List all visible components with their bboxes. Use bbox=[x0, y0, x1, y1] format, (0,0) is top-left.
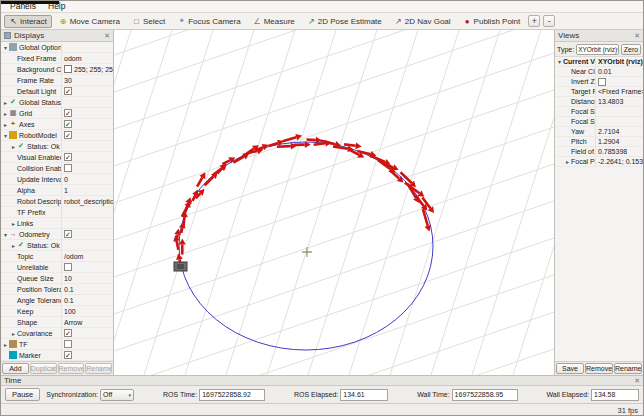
display-property-row[interactable]: Default Light✓ bbox=[1, 86, 113, 97]
property-value[interactable]: 30 bbox=[61, 75, 113, 85]
property-value[interactable] bbox=[61, 240, 113, 250]
property-value[interactable]: /odom bbox=[61, 251, 113, 261]
view-property-row[interactable]: Field of...0.785398 bbox=[555, 147, 643, 157]
view-property-row[interactable]: Near Cl...0.01 bbox=[555, 67, 643, 77]
property-value[interactable]: 255; 255; 255 bbox=[61, 64, 113, 74]
display-property-row[interactable]: Collision Enabled bbox=[1, 163, 113, 174]
ros-time-field[interactable]: 1697522858.92 bbox=[199, 389, 265, 401]
display-property-row[interactable]: Angle Tolerance0.1 bbox=[1, 295, 113, 306]
checkbox[interactable]: ✓ bbox=[64, 87, 72, 95]
display-property-row[interactable]: Visual Enabled✓ bbox=[1, 152, 113, 163]
property-value[interactable]: -2.2641; 0.15337; 0 bbox=[595, 157, 643, 166]
checkbox[interactable]: ✓ bbox=[64, 131, 72, 139]
property-value[interactable]: 0.01 bbox=[595, 67, 643, 76]
property-value[interactable]: 1 bbox=[61, 185, 113, 195]
display-property-row[interactable]: ▸✓Status: Ok bbox=[1, 240, 113, 251]
property-value[interactable]: odom bbox=[61, 53, 113, 63]
property-value[interactable]: 10 bbox=[61, 273, 113, 283]
property-value[interactable]: <Fixed Frame> bbox=[595, 87, 643, 96]
display-property-row[interactable]: ▸+Axes✓ bbox=[1, 119, 113, 130]
property-value[interactable]: 1.2904 bbox=[595, 137, 643, 146]
display-property-row[interactable]: ▸Links bbox=[1, 218, 113, 229]
checkbox[interactable]: ✓ bbox=[64, 351, 72, 359]
close-icon[interactable]: ✕ bbox=[104, 32, 110, 40]
display-property-row[interactable]: ▸Covariance✓ bbox=[1, 328, 113, 339]
display-property-row[interactable]: Background Color255; 255; 255 bbox=[1, 64, 113, 75]
display-property-row[interactable]: ▸TF bbox=[1, 339, 113, 350]
expander-icon[interactable]: ▾ bbox=[2, 132, 9, 139]
checkbox[interactable]: ✓ bbox=[64, 153, 72, 161]
expander-icon[interactable]: ▸ bbox=[10, 220, 17, 227]
property-value[interactable]: 0.1 bbox=[61, 284, 113, 294]
property-value[interactable] bbox=[61, 42, 113, 52]
add-button[interactable]: Add bbox=[2, 363, 29, 374]
ros-elapsed-field[interactable]: 134.61 bbox=[340, 389, 388, 401]
property-value[interactable]: 13.4803 bbox=[595, 97, 643, 106]
view-property-row[interactable]: Invert Z... bbox=[555, 77, 643, 87]
checkbox[interactable]: ✓ bbox=[64, 329, 72, 337]
expander-icon[interactable]: ▸ bbox=[564, 158, 571, 165]
expander-icon[interactable]: ▸ bbox=[2, 121, 9, 128]
3d-scene[interactable] bbox=[114, 30, 554, 375]
display-property-row[interactable]: TF Prefix bbox=[1, 207, 113, 218]
interact-button[interactable]: ↖Interact bbox=[4, 15, 52, 28]
property-value[interactable]: 0.1 bbox=[61, 295, 113, 305]
checkbox[interactable]: ✓ bbox=[64, 230, 72, 238]
expander-icon[interactable]: ▾ bbox=[2, 44, 9, 51]
view-property-row[interactable]: ▸Focal Po...-2.2641; 0.15337; 0 bbox=[555, 157, 643, 167]
zero-button[interactable]: Zero bbox=[621, 44, 641, 55]
display-property-row[interactable]: ▾Global Options bbox=[1, 42, 113, 53]
expander-icon[interactable]: ▾ bbox=[556, 58, 563, 65]
property-value[interactable]: ✓ bbox=[61, 328, 113, 338]
property-value[interactable]: ✓ bbox=[61, 108, 113, 118]
property-value[interactable]: Arrow bbox=[61, 317, 113, 327]
view-property-row[interactable]: ▾Current Vi...XYOrbit (rviz) bbox=[555, 57, 643, 67]
save-button[interactable]: Save bbox=[556, 363, 584, 374]
property-value[interactable] bbox=[595, 107, 643, 116]
property-value[interactable] bbox=[595, 117, 643, 126]
property-value[interactable] bbox=[595, 77, 643, 86]
2d-nav-goal-button[interactable]: ↗2D Nav Goal bbox=[389, 15, 456, 28]
display-property-row[interactable]: ShapeArrow bbox=[1, 317, 113, 328]
property-value[interactable]: ✓ bbox=[61, 130, 113, 140]
sync-select[interactable]: Off▾ bbox=[100, 389, 134, 401]
checkbox[interactable] bbox=[64, 340, 72, 348]
display-property-row[interactable]: Topic/odom bbox=[1, 251, 113, 262]
close-icon[interactable]: ✕ bbox=[634, 32, 640, 40]
display-property-row[interactable]: ▾→Odometry✓ bbox=[1, 229, 113, 240]
view-type-select[interactable]: XYOrbit (rviz) ▾ bbox=[576, 44, 619, 55]
display-property-row[interactable]: Keep100 bbox=[1, 306, 113, 317]
display-property-row[interactable]: Marker✓ bbox=[1, 350, 113, 361]
display-property-row[interactable]: Frame Rate30 bbox=[1, 75, 113, 86]
expander-icon[interactable]: ▸ bbox=[2, 110, 9, 117]
expander-icon[interactable]: ▸ bbox=[2, 341, 9, 348]
expander-icon[interactable]: ▸ bbox=[2, 99, 9, 106]
publish-point-button[interactable]: ●Publish Point bbox=[458, 15, 526, 28]
expander-icon[interactable]: ▸ bbox=[10, 242, 17, 249]
checkbox[interactable] bbox=[64, 164, 72, 172]
2d-pose-estimate-button[interactable]: ↗2D Pose Estimate bbox=[302, 15, 387, 28]
property-value[interactable] bbox=[61, 218, 113, 228]
property-value[interactable]: 100 bbox=[61, 306, 113, 316]
view-property-row[interactable]: Pitch1.2904 bbox=[555, 137, 643, 147]
checkbox[interactable]: ✓ bbox=[64, 109, 72, 117]
pause-button[interactable]: Pause bbox=[5, 388, 40, 401]
display-property-row[interactable]: ▸▦Grid✓ bbox=[1, 108, 113, 119]
checkbox[interactable] bbox=[598, 78, 606, 86]
display-property-row[interactable]: ▸✓Global Status: Ok bbox=[1, 97, 113, 108]
display-property-row[interactable]: Position Tolerance0.1 bbox=[1, 284, 113, 295]
view-property-row[interactable]: Target F...<Fixed Frame> bbox=[555, 87, 643, 97]
view-property-row[interactable]: Distance13.4803 bbox=[555, 97, 643, 107]
remove-button[interactable]: Remove bbox=[585, 363, 613, 374]
select-button[interactable]: □Select bbox=[127, 15, 170, 28]
property-value[interactable]: robot_description bbox=[61, 196, 113, 206]
checkbox[interactable] bbox=[64, 263, 72, 271]
move-camera-button[interactable]: ⊕Move Camera bbox=[54, 15, 125, 28]
display-property-row[interactable]: ▾RobotModel✓ bbox=[1, 130, 113, 141]
property-value[interactable]: ✓ bbox=[61, 152, 113, 162]
close-icon[interactable]: ✕ bbox=[634, 377, 640, 385]
view-property-row[interactable]: Focal Sh... bbox=[555, 107, 643, 117]
property-value[interactable]: 2.7104 bbox=[595, 127, 643, 136]
focus-camera-button[interactable]: ⌖Focus Camera bbox=[172, 14, 245, 28]
display-property-row[interactable]: Queue Size10 bbox=[1, 273, 113, 284]
